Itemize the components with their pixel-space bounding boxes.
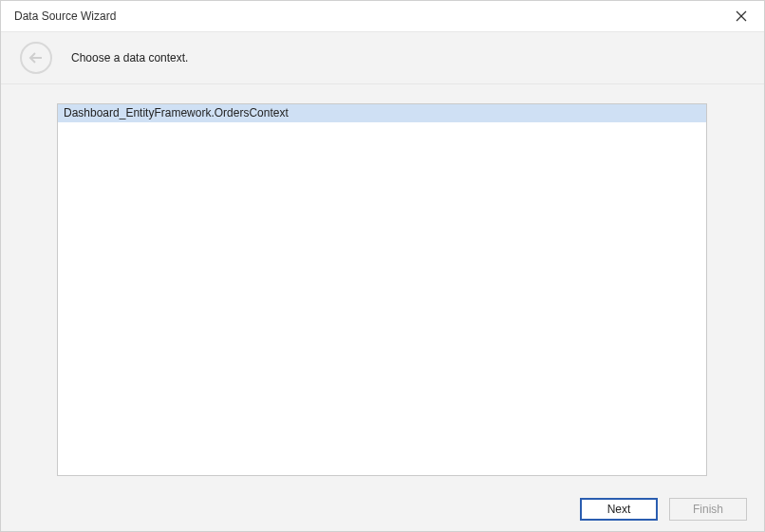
titlebar: Data Source Wizard bbox=[1, 1, 764, 31]
list-item[interactable]: Dashboard_EntityFramework.OrdersContext bbox=[58, 104, 706, 122]
data-source-wizard-dialog: Data Source Wizard Choose a data context… bbox=[0, 0, 765, 532]
next-button[interactable]: Next bbox=[580, 498, 658, 521]
data-context-listbox[interactable]: Dashboard_EntityFramework.OrdersContext bbox=[57, 103, 707, 476]
close-icon bbox=[736, 10, 747, 22]
arrow-left-icon bbox=[28, 51, 44, 64]
wizard-footer: Next Finish bbox=[1, 487, 764, 531]
dialog-title: Data Source Wizard bbox=[14, 9, 116, 23]
finish-button: Finish bbox=[669, 498, 747, 521]
back-button[interactable] bbox=[20, 42, 52, 74]
close-button[interactable] bbox=[728, 3, 755, 29]
wizard-instruction: Choose a data context. bbox=[71, 51, 188, 64]
wizard-content: Dashboard_EntityFramework.OrdersContext bbox=[1, 84, 764, 487]
wizard-header: Choose a data context. bbox=[1, 31, 764, 84]
